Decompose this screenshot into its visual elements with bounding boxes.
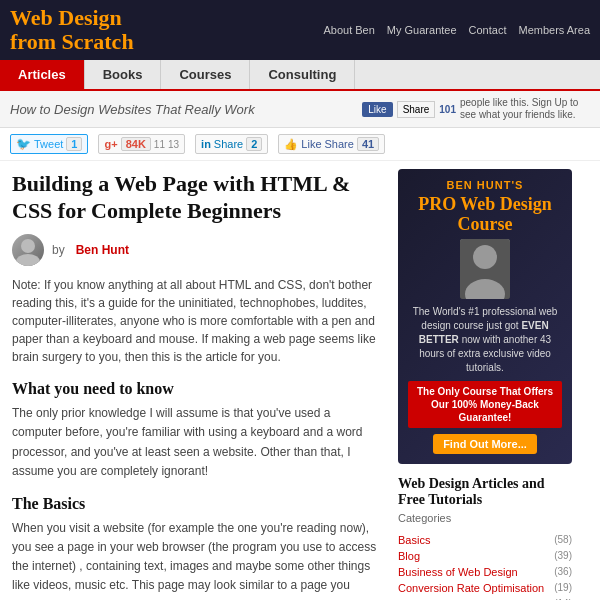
gplus-icon: g+ <box>104 138 117 150</box>
category-count: (39) <box>554 550 572 562</box>
linkedin-icon: in <box>201 138 211 150</box>
nav-guarantee[interactable]: My Guarantee <box>387 24 457 36</box>
category-item: Conversion Rate Optimisation(19) <box>398 580 572 596</box>
svg-point-0 <box>21 239 35 253</box>
fb-share-button[interactable]: Share <box>397 101 436 118</box>
fb-desc: people like this. Sign Up to see what yo… <box>460 97 590 121</box>
tab-books[interactable]: Books <box>85 60 162 89</box>
fb-like-button[interactable]: Like <box>362 102 392 117</box>
author-row: by Ben Hunt <box>12 234 378 266</box>
categories-list: Basics(58)Blog(39)Business of Web Design… <box>398 532 572 600</box>
article-title: Building a Web Page with HTML & CSS for … <box>12 171 378 224</box>
section-text-1: The only prior knowledge I will assume i… <box>12 404 378 481</box>
sidebar: BEN HUNT'S PRO Web Design Course The Wor… <box>390 161 580 600</box>
site-title-part1: Web Design <box>10 5 122 30</box>
site-title-part2: from Scratch <box>10 29 134 54</box>
gplus-count: 84K <box>121 137 151 151</box>
page-subtitle: How to Design Websites That Really Work <box>10 102 255 117</box>
section-heading-1: What you need to know <box>12 380 378 398</box>
guarantee-box: The Only Course That Offers Our 100% Mon… <box>408 381 562 428</box>
find-out-button[interactable]: Find Out More... <box>433 434 537 454</box>
category-link[interactable]: Blog <box>398 550 420 562</box>
avatar-placeholder <box>12 234 44 266</box>
page-header-bar: How to Design Websites That Really Work … <box>0 91 600 128</box>
author-by-label: by <box>52 243 65 257</box>
nav-contact[interactable]: Contact <box>469 24 507 36</box>
tweet-count: 1 <box>66 137 82 151</box>
fb-like-count: 41 <box>357 137 379 151</box>
fb-like-bar: Like Share 101 people like this. Sign Up… <box>362 97 590 121</box>
author-name[interactable]: Ben Hunt <box>76 243 129 257</box>
category-item: Business of Web Design(36) <box>398 564 572 580</box>
sidebar-articles: Web Design Articles and Free Tutorials C… <box>398 476 572 600</box>
tweet-label: Tweet <box>34 138 63 150</box>
main-layout: Building a Web Page with HTML & CSS for … <box>0 161 600 600</box>
fb-like-label2: Like <box>301 138 321 150</box>
section-text-2: When you visit a website (for example th… <box>12 519 378 600</box>
promo-title: PRO Web Design Course <box>408 195 562 235</box>
social-bar: 🐦 Tweet 1 g+ 84K 11 13 in Share 2 👍 Like… <box>0 128 600 161</box>
avatar <box>12 234 44 266</box>
category-item: Blog(39) <box>398 548 572 564</box>
tab-courses[interactable]: Courses <box>161 60 250 89</box>
category-count: (58) <box>554 534 572 546</box>
linkedin-count: 2 <box>246 137 262 151</box>
promo-avatar <box>460 239 510 299</box>
article-content: Building a Web Page with HTML & CSS for … <box>0 161 390 600</box>
site-header: Web Design from Scratch About Ben My Gua… <box>0 0 600 60</box>
linkedin-button[interactable]: in Share 2 <box>195 134 268 154</box>
svg-point-1 <box>16 254 40 266</box>
sidebar-articles-title: Web Design Articles and Free Tutorials <box>398 476 572 508</box>
tweet-button[interactable]: 🐦 Tweet 1 <box>10 134 88 154</box>
gplus-extra: 11 <box>154 139 165 150</box>
category-count: (19) <box>554 582 572 594</box>
tweet-icon: 🐦 <box>16 137 31 151</box>
category-item: Copy Writing(14) <box>398 596 572 600</box>
promo-box: BEN HUNT'S PRO Web Design Course The Wor… <box>398 169 572 464</box>
gplus-extra2: 13 <box>168 139 179 150</box>
fb-share-label2: Share <box>325 138 354 150</box>
fb-thumb-icon: 👍 <box>284 138 298 151</box>
section-heading-2: The Basics <box>12 495 378 513</box>
tab-consulting[interactable]: Consulting <box>250 60 355 89</box>
linkedin-label: Share <box>214 138 243 150</box>
fb-like-social-button[interactable]: 👍 Like Share 41 <box>278 134 385 154</box>
nav-about[interactable]: About Ben <box>323 24 374 36</box>
category-link[interactable]: Business of Web Design <box>398 566 518 578</box>
tab-articles[interactable]: Articles <box>0 60 85 89</box>
article-note: Note: If you know anything at all about … <box>12 276 378 366</box>
sidebar-categories-label: Categories <box>398 512 572 524</box>
main-nav: Articles Books Courses Consulting <box>0 60 600 91</box>
site-logo[interactable]: Web Design from Scratch <box>10 6 134 54</box>
promo-label: BEN HUNT'S <box>408 179 562 191</box>
category-link[interactable]: Basics <box>398 534 430 546</box>
gplus-button[interactable]: g+ 84K 11 13 <box>98 134 185 154</box>
category-link[interactable]: Conversion Rate Optimisation <box>398 582 544 594</box>
fb-count: 101 <box>439 104 456 115</box>
svg-point-3 <box>473 245 497 269</box>
category-count: (36) <box>554 566 572 578</box>
category-item: Basics(58) <box>398 532 572 548</box>
header-nav: About Ben My Guarantee Contact Members A… <box>323 24 590 36</box>
nav-members[interactable]: Members Area <box>518 24 590 36</box>
promo-desc: The World's #1 professional web design c… <box>408 305 562 375</box>
